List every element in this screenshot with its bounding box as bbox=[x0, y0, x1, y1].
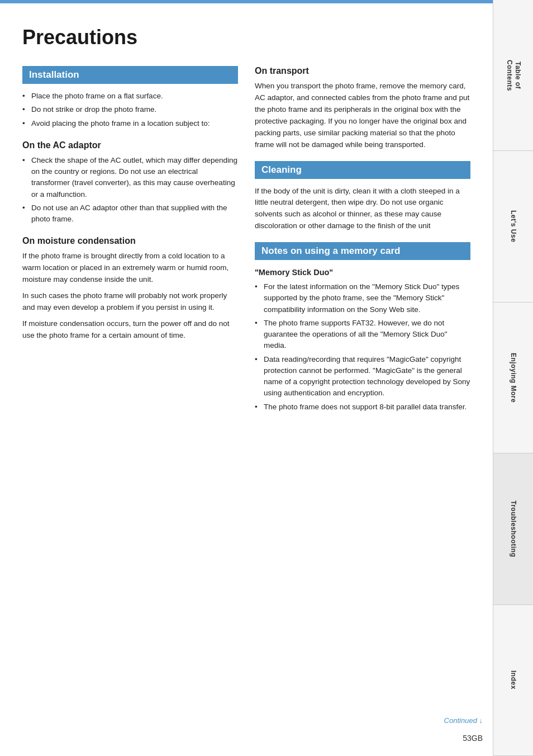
sidebar: Table ofContents Let's Use Enjoying More… bbox=[493, 0, 533, 756]
page-number: 53GB bbox=[463, 727, 483, 745]
sidebar-tab-table-of-contents[interactable]: Table ofContents bbox=[493, 0, 533, 151]
transport-header: On transport bbox=[255, 66, 470, 76]
continued-label: Continued ↓ bbox=[444, 716, 483, 725]
ac-adaptor-header: On the AC adaptor bbox=[22, 140, 238, 150]
memory-stick-subheading: "Memory Stick Duo" bbox=[255, 268, 470, 277]
list-item: Check the shape of the AC outlet, which … bbox=[22, 155, 238, 200]
page-footer: Continued ↓ 53GB bbox=[444, 716, 483, 745]
list-item: Avoid placing the photo frame in a locat… bbox=[22, 118, 238, 129]
transport-para: When you transport the photo frame, remo… bbox=[255, 81, 470, 151]
cleaning-header: Cleaning bbox=[255, 161, 470, 179]
moisture-para-2: In such cases the photo frame will proba… bbox=[22, 290, 238, 314]
moisture-para-1: If the photo frame is brought directly f… bbox=[22, 251, 238, 286]
list-item: The photo frame does not support 8-bit p… bbox=[255, 401, 470, 413]
memory-card-list: For the latest information on the "Memor… bbox=[255, 281, 470, 413]
page-title: Precautions bbox=[22, 26, 470, 49]
ac-adaptor-list: Check the shape of the AC outlet, which … bbox=[22, 155, 238, 225]
list-item: Do not use an AC adaptor other than that… bbox=[22, 202, 238, 225]
sidebar-tab-index[interactable]: Index bbox=[493, 605, 533, 756]
installation-header: Installation bbox=[22, 66, 238, 84]
memory-card-header: Notes on using a memory card bbox=[255, 242, 470, 260]
right-column: On transport When you transport the phot… bbox=[255, 66, 470, 418]
moisture-para-3: If moisture condensation occurs, turn th… bbox=[22, 318, 238, 342]
sidebar-tab-troubleshooting[interactable]: Troubleshooting bbox=[493, 453, 533, 604]
left-column: Installation Place the photo frame on a … bbox=[22, 66, 238, 418]
list-item: For the latest information on the "Memor… bbox=[255, 281, 470, 315]
list-item: Place the photo frame on a flat surface. bbox=[22, 91, 238, 102]
list-item: Data reading/recording that requires "Ma… bbox=[255, 354, 470, 399]
moisture-header: On moisture condensation bbox=[22, 236, 238, 246]
cleaning-para: If the body of the unit is dirty, clean … bbox=[255, 186, 470, 233]
sidebar-tab-lets-use[interactable]: Let's Use bbox=[493, 151, 533, 302]
sidebar-tab-enjoying-more[interactable]: Enjoying More bbox=[493, 303, 533, 453]
list-item: Do not strike or drop the photo frame. bbox=[22, 104, 238, 115]
installation-list: Place the photo frame on a flat surface.… bbox=[22, 91, 238, 129]
list-item: The photo frame supports FAT32. However,… bbox=[255, 318, 470, 352]
